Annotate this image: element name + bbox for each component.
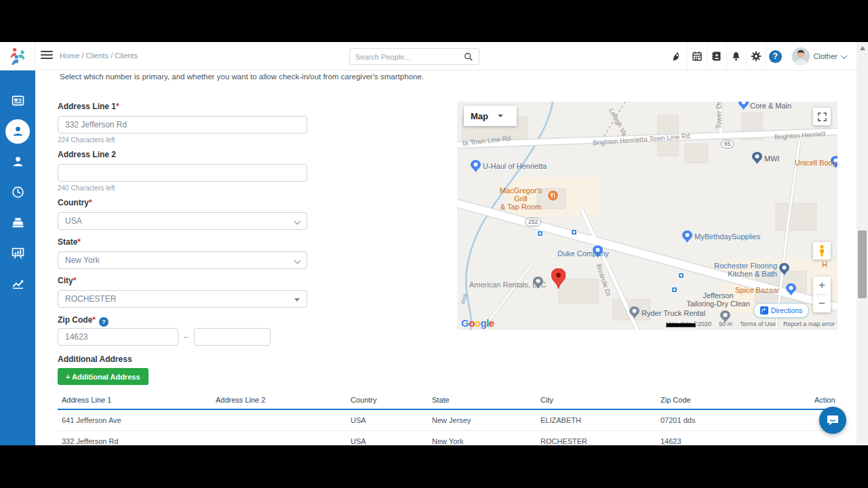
address-line-2-field: Address Line 2 240 Characters left bbox=[58, 150, 307, 192]
col-address-line-1[interactable]: Address Line 1 bbox=[58, 392, 212, 409]
sidebar-item-analytics[interactable] bbox=[0, 268, 35, 299]
table-row[interactable]: 641 Jefferson Ave USA New Jersey ELIZABE… bbox=[58, 409, 837, 431]
user-avatar[interactable] bbox=[792, 47, 810, 65]
poi-pin-icon[interactable] bbox=[752, 152, 762, 164]
pegman-icon bbox=[818, 245, 826, 257]
address-line-1-helper: 224 Characters left bbox=[58, 136, 307, 144]
contacts-button[interactable] bbox=[707, 42, 726, 70]
cell-zip: 07201 dds bbox=[656, 409, 810, 431]
google-map[interactable]: ta Town Line Rd Brighton Henrietta Town … bbox=[457, 102, 837, 330]
directions-button[interactable]: Directions bbox=[753, 303, 809, 318]
poi-pin-icon[interactable] bbox=[471, 160, 481, 172]
chevron-down-icon bbox=[294, 258, 301, 264]
chat-widget-button[interactable] bbox=[819, 407, 846, 434]
transit-stop-icon[interactable] bbox=[571, 229, 577, 235]
zoom-out-button[interactable]: − bbox=[813, 295, 831, 312]
cell-state: New York bbox=[428, 431, 536, 446]
transit-stop-icon[interactable] bbox=[678, 272, 684, 279]
country-label: Country* bbox=[58, 198, 307, 207]
notifications-button[interactable] bbox=[726, 42, 746, 70]
city-select[interactable]: ROCHESTER bbox=[58, 290, 307, 308]
table-row[interactable]: 332 Jefferson Rd USA New York ROCHESTER … bbox=[58, 431, 837, 446]
page-scrollbar[interactable] bbox=[856, 42, 868, 445]
calendar-icon bbox=[692, 51, 703, 62]
sidebar-item-caregivers[interactable] bbox=[0, 146, 35, 177]
address-line-1-field: Address Line 1* 224 Characters left bbox=[58, 102, 307, 144]
sidebar-item-news-feed[interactable] bbox=[0, 85, 35, 116]
fullscreen-button[interactable] bbox=[813, 108, 831, 125]
zip-help-icon[interactable]: ? bbox=[99, 317, 108, 327]
user-name[interactable]: Clother bbox=[814, 52, 837, 60]
street-label: Tower Dr bbox=[715, 102, 724, 129]
stage: Home / Clients / Clients bbox=[0, 0, 868, 488]
poi-label[interactable]: MacGregor's Grill & Tap Room bbox=[494, 186, 547, 211]
poi-pin-icon[interactable] bbox=[629, 306, 639, 319]
sidebar-item-reports[interactable] bbox=[0, 238, 35, 268]
settings-button[interactable] bbox=[746, 42, 766, 70]
top-header: Home / Clients / Clients bbox=[0, 42, 857, 70]
col-zip-code[interactable]: Zip Code bbox=[656, 392, 810, 409]
poi-label[interactable]: MWI bbox=[764, 155, 780, 163]
intro-text: Select which number is primary, and whet… bbox=[60, 73, 424, 81]
sidebar-item-clients[interactable] bbox=[0, 116, 35, 146]
poi-label[interactable]: Unicell Body bbox=[795, 159, 836, 167]
letterbox-top bbox=[0, 0, 868, 42]
restaurant-pin-icon[interactable] bbox=[547, 190, 559, 201]
cell-address1: 641 Jefferson Ave bbox=[58, 409, 212, 431]
gear-icon bbox=[751, 51, 762, 62]
poi-label[interactable]: Rochester Flooring Kitchen & Bath bbox=[703, 262, 777, 278]
poi-label[interactable]: Duke Company bbox=[557, 249, 609, 258]
zip-plus4-input[interactable] bbox=[194, 328, 271, 346]
map-type-control[interactable]: Map bbox=[464, 106, 517, 126]
line-chart-icon bbox=[12, 277, 24, 290]
poi-pin-icon[interactable] bbox=[786, 283, 796, 296]
transit-stop-icon[interactable] bbox=[671, 287, 677, 293]
poi-label[interactable]: American Rentals, LLC bbox=[469, 281, 546, 289]
transit-stop-icon[interactable] bbox=[537, 230, 543, 237]
calendar-button[interactable] bbox=[687, 42, 707, 70]
zoom-in-button[interactable]: + bbox=[813, 277, 831, 294]
breadcrumb[interactable]: Home / Clients / Clients bbox=[60, 52, 138, 60]
logo-icon bbox=[8, 47, 27, 66]
cell-zip: 14623 bbox=[656, 431, 810, 446]
terms-link[interactable]: Terms of Use bbox=[740, 321, 776, 327]
cell-address1: 332 Jefferson Rd bbox=[58, 431, 212, 446]
sidebar-item-schedules[interactable] bbox=[0, 177, 35, 207]
sidebar-item-billing[interactable] bbox=[0, 207, 35, 238]
user-menu-chevron-icon[interactable] bbox=[841, 52, 848, 59]
col-country[interactable]: Country bbox=[347, 392, 428, 409]
help-button[interactable]: ? bbox=[766, 42, 785, 70]
quick-launch-button[interactable] bbox=[667, 42, 687, 70]
poi-label[interactable]: Ryder Truck Rental bbox=[642, 309, 705, 317]
app-logo[interactable] bbox=[0, 42, 35, 70]
poi-pin-icon[interactable] bbox=[682, 230, 692, 243]
menu-toggle-icon[interactable] bbox=[41, 51, 53, 60]
table-header-row: Address Line 1 Address Line 2 Country St… bbox=[58, 392, 837, 409]
google-logo[interactable]: Google bbox=[461, 317, 494, 329]
poi-label[interactable]: Core & Main bbox=[750, 102, 791, 110]
poi-label[interactable]: MyBirthdaySupplies bbox=[694, 232, 760, 241]
zip-code-input[interactable] bbox=[58, 328, 178, 346]
address-line-1-input[interactable] bbox=[58, 116, 307, 134]
poi-pin-icon[interactable] bbox=[738, 102, 749, 110]
scroll-up-arrow-icon[interactable] bbox=[860, 46, 865, 50]
country-field: Country* USA bbox=[58, 198, 307, 230]
country-select[interactable]: USA bbox=[58, 212, 307, 230]
location-marker-icon[interactable] bbox=[551, 268, 566, 289]
poi-pin-icon[interactable] bbox=[779, 263, 789, 275]
scrollbar-thumb[interactable] bbox=[858, 230, 867, 298]
col-state[interactable]: State bbox=[428, 392, 536, 409]
cell-address2 bbox=[212, 431, 347, 446]
search-input[interactable] bbox=[350, 53, 464, 61]
col-address-line-2[interactable]: Address Line 2 bbox=[212, 392, 347, 409]
cash-register-icon bbox=[12, 216, 24, 229]
col-city[interactable]: City bbox=[536, 392, 656, 409]
street-view-pegman[interactable] bbox=[813, 242, 831, 260]
add-additional-address-button[interactable]: + Additional Address bbox=[58, 368, 149, 385]
address-line-2-input[interactable] bbox=[58, 164, 307, 182]
state-select[interactable]: New York bbox=[58, 251, 307, 269]
report-error-link[interactable]: Report a map error bbox=[783, 321, 835, 327]
poi-label[interactable]: U-Haul of Henrietta bbox=[483, 162, 547, 170]
search-icon[interactable] bbox=[464, 52, 473, 62]
poi-label[interactable]: Jefferson Tailoring-Dry Clean bbox=[681, 291, 755, 308]
